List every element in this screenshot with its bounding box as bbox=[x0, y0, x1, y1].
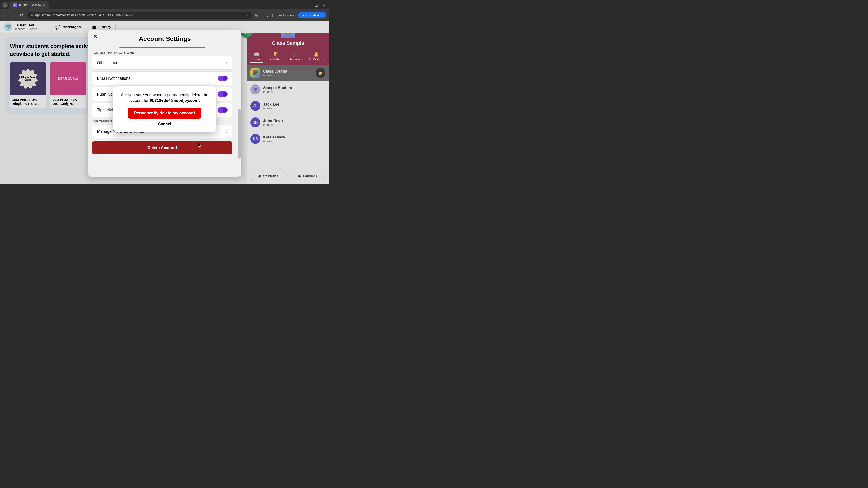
browser-toolbar: ← → ⟳ ⊕ app.seesaw.me/#/class/class.ed0f… bbox=[0, 9, 329, 21]
browser-tab-strip: ⌄ S Journal - Seesaw ✕ + — ▢ ✕ bbox=[0, 0, 329, 9]
tab-search-button[interactable]: ⌄ bbox=[2, 2, 8, 8]
incognito-icon: 🕶 bbox=[279, 13, 282, 17]
settings-title: Account Settings bbox=[92, 35, 237, 42]
confirm-message: Are you sure you want to permanently del… bbox=[120, 92, 209, 103]
tab-favicon: S bbox=[13, 3, 17, 7]
maximize-icon[interactable]: ▢ bbox=[315, 3, 318, 7]
browser-tab[interactable]: S Journal - Seesaw ✕ bbox=[9, 1, 49, 8]
email-notifications-row: Email Notifications bbox=[92, 71, 232, 86]
chevron-right-icon: › bbox=[226, 61, 228, 65]
tab-indicator bbox=[119, 46, 205, 48]
downloads-icon[interactable]: ⭳ bbox=[266, 13, 269, 17]
permanently-delete-button[interactable]: Permanently delete my account bbox=[128, 107, 202, 119]
extensions-icon[interactable]: ⊞ bbox=[255, 13, 258, 18]
push-toggle[interactable] bbox=[218, 92, 228, 97]
window-controls: — ▢ ✕ bbox=[307, 3, 327, 7]
forward-button[interactable]: → bbox=[11, 13, 16, 18]
new-tab-button[interactable]: + bbox=[51, 2, 53, 7]
chevron-right-icon: › bbox=[226, 129, 228, 134]
delete-account-button[interactable]: Delete Account bbox=[92, 141, 232, 154]
cancel-button[interactable]: Cancel bbox=[120, 122, 209, 127]
site-info-icon[interactable]: ⊕ bbox=[30, 13, 33, 17]
bookmark-icon[interactable]: ☆ bbox=[246, 13, 249, 17]
scrollbar-thumb[interactable] bbox=[238, 109, 241, 159]
tips-toggle[interactable] bbox=[218, 107, 228, 113]
reload-button[interactable]: ⟳ bbox=[19, 13, 24, 18]
section-label: CLASS NOTIFICATIONS bbox=[94, 51, 232, 55]
app-root: 🐬 Lauren Deli Teacher · 1 Class 💬 Messag… bbox=[0, 21, 329, 184]
sidepanel-icon[interactable]: ◫ bbox=[272, 13, 276, 18]
minimize-icon[interactable]: — bbox=[307, 3, 311, 7]
email-toggle[interactable] bbox=[218, 76, 228, 81]
finish-update-button[interactable]: Finish update ⋮ bbox=[298, 12, 327, 18]
close-modal-button[interactable]: ✕ bbox=[92, 33, 98, 40]
menu-dots-icon: ⋮ bbox=[320, 13, 323, 17]
incognito-badge: 🕶 Incognito bbox=[279, 13, 295, 17]
url-text: app.seesaw.me/#/class/class.ed0f0124-92d… bbox=[35, 13, 244, 17]
close-window-icon[interactable]: ✕ bbox=[322, 3, 325, 7]
confirm-delete-dialog: Are you sure you want to permanently del… bbox=[114, 86, 216, 132]
address-bar[interactable]: ⊕ app.seesaw.me/#/class/class.ed0f0124-9… bbox=[27, 11, 252, 19]
tab-close-icon[interactable]: ✕ bbox=[43, 3, 45, 6]
office-hours-row[interactable]: Office Hours › bbox=[92, 56, 232, 70]
back-button[interactable]: ← bbox=[3, 13, 8, 18]
tab-title: Journal - Seesaw bbox=[19, 3, 41, 6]
